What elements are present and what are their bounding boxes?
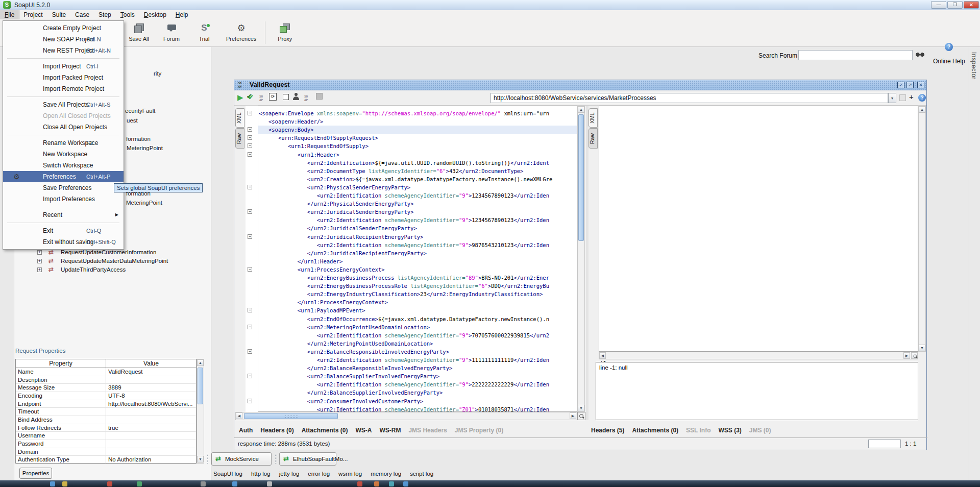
menu-item-import-remote-project[interactable]: Import Remote Project (3, 83, 124, 94)
tab-headers-0[interactable]: Headers (0) (260, 427, 293, 434)
taskbar-icon[interactable] (62, 481, 67, 486)
endpoint-url-input[interactable]: http://localhost:8080/WebService/service… (491, 93, 888, 103)
request-response-divider[interactable] (586, 106, 589, 420)
menu-item-switch-workspace[interactable]: Switch Workspace (3, 160, 124, 171)
menubar-item-tools[interactable]: Tools (116, 10, 139, 19)
add-endpoint-icon[interactable]: + (909, 92, 914, 101)
editor-magnify-icon[interactable] (577, 412, 585, 420)
tab-http-log[interactable]: http log (251, 471, 271, 477)
property-row-encoding[interactable]: EncodingUTF-8 (16, 392, 196, 400)
menu-item-exit-without-saving[interactable]: Exit without savingCtrl+Shift-Q (3, 236, 124, 248)
property-row-name[interactable]: NameValidRequest (16, 368, 196, 376)
scroll-left-icon[interactable]: ◀ (599, 352, 606, 359)
menu-item-import-preferences[interactable]: Import Preferences (3, 193, 124, 205)
binoculars-icon[interactable] (916, 52, 925, 58)
tree-item-updatethirdpartyaccess[interactable]: +⇄UpdateThirdPartyAccess (37, 266, 206, 274)
menubar-item-step[interactable]: Step (94, 10, 116, 19)
tab-script-log[interactable]: script log (410, 471, 433, 477)
scroll-down-icon[interactable]: ▼ (919, 345, 925, 351)
frame-titlebar[interactable]: SOAP ValidRequest ↙ ↗ ✕ (234, 80, 926, 90)
minimize-button[interactable]: — (931, 1, 946, 9)
scroll-down-icon[interactable]: ▼ (578, 405, 584, 411)
column-header-property[interactable]: Property (16, 359, 106, 368)
scrollbar-thumb[interactable] (578, 114, 584, 241)
menu-item-save-all-projects[interactable]: Save All ProjectsCtrl+Alt-S (3, 99, 124, 110)
tab-response-raw[interactable]: Raw (589, 128, 598, 149)
tab-inspector[interactable]: Inspector (970, 52, 977, 80)
scroll-up-icon[interactable]: ▲ (197, 359, 204, 366)
response-xml-area[interactable] (599, 106, 918, 352)
scrollbar-thumb[interactable] (198, 368, 203, 404)
tree-node-fragment[interactable]: rity (154, 70, 161, 77)
frame-close-icon[interactable]: ✕ (917, 82, 924, 88)
taskbar-icon[interactable] (374, 481, 379, 486)
tab-headers-5[interactable]: Headers (5) (591, 427, 624, 434)
taskbar-icon[interactable] (403, 481, 408, 486)
tab-error-log[interactable]: error log (308, 471, 330, 477)
cancel-request-icon[interactable] (283, 94, 289, 100)
tab-ws-rm[interactable]: WS-RM (379, 427, 401, 434)
menubar-item-file[interactable]: File (0, 10, 19, 19)
fold-collapse-icon[interactable]: − (248, 209, 252, 214)
toolbar-button-save-all[interactable]: Save All (128, 21, 150, 42)
menu-item-new-soap-project[interactable]: New SOAP ProjectCtrl-N (3, 34, 124, 45)
fold-collapse-icon[interactable]: − (248, 135, 252, 140)
tab-soapui-log[interactable]: SoapUI log (213, 471, 242, 477)
scroll-down-icon[interactable]: ▼ (197, 456, 204, 462)
scroll-left-icon[interactable]: ◀ (236, 412, 242, 419)
scroll-up-icon[interactable]: ▲ (578, 106, 584, 113)
tab-auth[interactable]: Auth (239, 427, 253, 434)
property-row-follow-redirects[interactable]: Follow Redirectstrue (16, 424, 196, 432)
tab-response-xml[interactable]: XML (589, 108, 598, 128)
fold-collapse-icon[interactable]: − (248, 185, 252, 189)
editor-fold-gutter[interactable]: −−−−−−−−−−−−−− (246, 106, 258, 412)
scroll-right-icon[interactable]: ▶ (570, 412, 576, 419)
fold-collapse-icon[interactable]: − (248, 325, 252, 329)
tree-node-fragment[interactable]: MeteringPoint (127, 145, 163, 151)
taskbar-icon[interactable] (357, 481, 362, 486)
taskbar-icon[interactable] (389, 481, 394, 486)
property-row-authentication-type[interactable]: Authentication TypeNo Authorization (16, 456, 196, 464)
scroll-up-icon[interactable]: ▲ (919, 106, 925, 113)
column-header-value[interactable]: Value (106, 359, 196, 368)
expand-icon[interactable]: + (37, 267, 42, 272)
expand-icon[interactable]: + (37, 259, 42, 263)
tree-item-requestupdatemasterdatameteringpoint[interactable]: +⇄RequestUpdateMasterDataMeteringPoint (37, 257, 206, 265)
property-row-password[interactable]: Password (16, 440, 196, 448)
property-row-description[interactable]: Description (16, 376, 196, 384)
menubar-item-help[interactable]: Help (171, 10, 193, 19)
menu-item-rename-workspace[interactable]: Rename WorkspaceF2 (3, 137, 124, 149)
expand-icon[interactable]: + (37, 250, 42, 255)
fold-collapse-icon[interactable]: − (248, 234, 252, 239)
menubar-item-case[interactable]: Case (70, 10, 94, 19)
menu-item-create-empty-project[interactable]: Create Empty Project (3, 22, 124, 34)
tab-wsrm-log[interactable]: wsrm log (338, 471, 362, 477)
online-help-label[interactable]: Online Help (933, 58, 965, 65)
tab-request-xml[interactable]: XML (235, 108, 244, 128)
properties-tab-button[interactable]: Properties (19, 468, 52, 479)
menu-item-exit[interactable]: ExitCtrl-Q (3, 225, 124, 236)
menu-item-new-rest-project[interactable]: New REST ProjectCtrl+Alt-N (3, 45, 124, 56)
fold-collapse-icon[interactable]: − (248, 374, 252, 378)
response-horizontal-scrollbar[interactable]: ◀ ▶ (599, 352, 918, 359)
taskbar-icon[interactable] (107, 481, 112, 486)
submit-request-button[interactable]: ▶ (237, 93, 243, 102)
menu-item-new-workspace[interactable]: New Workspace (3, 149, 124, 160)
fold-collapse-icon[interactable]: − (248, 308, 252, 312)
tree-item-requestupdatecustomerinformation[interactable]: +⇄RequestUpdateCustomerInformation (37, 249, 206, 257)
mockservice-window-button[interactable]: ⇄ MockService (211, 452, 272, 466)
tab-memory-log[interactable]: memory log (371, 471, 401, 477)
property-row-endpoint[interactable]: Endpointhttp://localhost:8080/WebServi..… (16, 400, 196, 408)
drag-grip-icon[interactable] (275, 453, 278, 465)
elhub-soapfault-window-button[interactable]: ⇄ ElhubSoapFaultMo... (279, 452, 336, 466)
tab-request-raw[interactable]: Raw (235, 128, 244, 149)
response-magnify-icon[interactable] (911, 352, 918, 359)
request-properties-table[interactable]: Property Value NameValidRequestDescripti… (15, 359, 197, 464)
editor-vertical-scrollbar[interactable]: ▲ ▼ (577, 106, 585, 412)
request-help-icon[interactable]: ? (918, 94, 926, 102)
menubar-item-suite[interactable]: Suite (47, 10, 70, 19)
drag-grip-icon[interactable] (207, 453, 210, 465)
tree-node-fragment[interactable]: uest (127, 117, 138, 124)
tab-attachments-0[interactable]: Attachments (0) (632, 427, 678, 434)
property-row-timeout[interactable]: Timeout (16, 408, 196, 416)
